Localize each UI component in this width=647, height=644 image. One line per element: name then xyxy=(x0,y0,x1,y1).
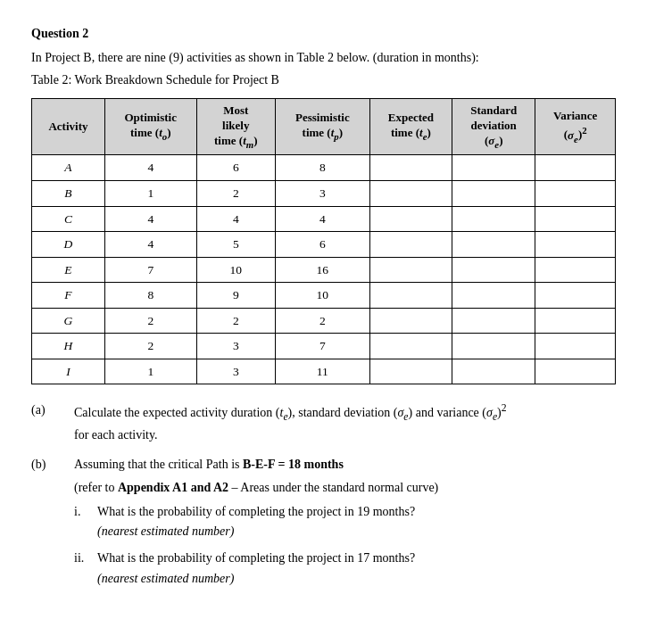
table-row: I1311 xyxy=(32,359,616,384)
qa-a-content: Calculate the expected activity duration… xyxy=(74,400,616,446)
cell-value: 4 xyxy=(104,206,196,232)
table-row: F8910 xyxy=(32,283,616,309)
cell-value xyxy=(369,180,452,206)
cell-activity: H xyxy=(32,334,105,359)
cell-value: 8 xyxy=(104,283,196,309)
cell-value: 1 xyxy=(104,180,196,206)
table-title: Table 2: Work Breakdown Schedule for Pro… xyxy=(31,70,616,89)
cell-value: 6 xyxy=(275,232,369,258)
cell-value: 3 xyxy=(275,180,369,206)
cell-value xyxy=(452,308,535,334)
cell-value xyxy=(452,206,535,232)
cell-value xyxy=(452,283,535,309)
table-row: D456 xyxy=(32,232,616,258)
qa-b-i-text: What is the probability of completing th… xyxy=(97,505,415,518)
cell-value xyxy=(535,283,616,309)
qa-b-ii-label: ii. xyxy=(74,549,90,589)
qa-b-appendix: (refer to Appendix A1 and A2 – Areas und… xyxy=(74,478,616,498)
header-activity: Activity xyxy=(32,99,105,155)
header-optimistic: Optimistictime (to) xyxy=(104,99,196,155)
qa-b-ii: ii. What is the probability of completin… xyxy=(74,549,616,589)
qa-a-label: (a) xyxy=(31,400,56,446)
cell-value xyxy=(369,206,452,232)
table-row: E71016 xyxy=(32,257,616,283)
qa-b-ii-text: What is the probability of completing th… xyxy=(97,551,415,565)
header-expected: Expectedtime (te) xyxy=(369,99,452,155)
cell-value: 10 xyxy=(275,283,369,309)
cell-value: 5 xyxy=(196,232,275,258)
cell-value: 9 xyxy=(196,283,275,309)
cell-activity: F xyxy=(32,283,105,309)
cell-activity: I xyxy=(32,359,105,384)
cell-value: 2 xyxy=(196,180,275,206)
table-row: G222 xyxy=(32,308,616,334)
qa-item-b: (b) Assuming that the critical Path is B… xyxy=(31,455,616,589)
cell-value xyxy=(535,334,616,359)
intro-text: In Project B, there are nine (9) activit… xyxy=(31,48,616,67)
cell-activity: G xyxy=(32,308,105,334)
cell-value: 4 xyxy=(275,206,369,232)
table-row: H237 xyxy=(32,334,616,359)
cell-value: 4 xyxy=(104,232,196,258)
cell-value: 2 xyxy=(104,334,196,359)
cell-value xyxy=(535,232,616,258)
cell-value xyxy=(535,180,616,206)
cell-value xyxy=(452,155,535,181)
cell-activity: A xyxy=(32,155,105,181)
cell-value: 8 xyxy=(275,155,369,181)
table-row: B123 xyxy=(32,180,616,206)
cell-value xyxy=(452,359,535,384)
cell-activity: D xyxy=(32,232,105,258)
cell-value: 7 xyxy=(104,257,196,283)
cell-value: 6 xyxy=(196,155,275,181)
cell-value xyxy=(452,257,535,283)
cell-value: 16 xyxy=(275,257,369,283)
cell-activity: B xyxy=(32,180,105,206)
cell-value xyxy=(369,359,452,384)
qa-b-i-note: (nearest estimated number) xyxy=(97,524,234,538)
cell-value xyxy=(535,257,616,283)
cell-value xyxy=(535,155,616,181)
activity-table: Activity Optimistictime (to) Mostlikelyt… xyxy=(31,98,616,384)
header-pessimistic: Pessimistictime (tp) xyxy=(275,99,369,155)
table-row: C444 xyxy=(32,206,616,232)
cell-activity: E xyxy=(32,257,105,283)
qa-b-i-label: i. xyxy=(74,502,90,542)
cell-activity: C xyxy=(32,206,105,232)
qa-b-ii-content: What is the probability of completing th… xyxy=(97,549,415,589)
cell-value: 7 xyxy=(275,334,369,359)
cell-value xyxy=(369,257,452,283)
qa-item-a: (a) Calculate the expected activity dura… xyxy=(31,400,616,446)
cell-value xyxy=(535,206,616,232)
cell-value xyxy=(452,232,535,258)
cell-value: 10 xyxy=(196,257,275,283)
cell-value xyxy=(535,308,616,334)
cell-value xyxy=(452,334,535,359)
cell-value xyxy=(369,232,452,258)
qa-b-label: (b) xyxy=(31,455,56,589)
cell-value: 2 xyxy=(104,308,196,334)
cell-value: 2 xyxy=(196,308,275,334)
cell-value xyxy=(369,334,452,359)
question-title: Question 2 xyxy=(31,27,616,41)
header-stddev: Standarddeviation(σe) xyxy=(452,99,535,155)
cell-value: 11 xyxy=(275,359,369,384)
cell-value: 3 xyxy=(196,359,275,384)
cell-value xyxy=(369,283,452,309)
table-row: A468 xyxy=(32,155,616,181)
header-variance: Variance(σe)2 xyxy=(535,99,616,155)
qa-b-i-content: What is the probability of completing th… xyxy=(97,502,415,542)
cell-value xyxy=(535,359,616,384)
cell-value: 4 xyxy=(104,155,196,181)
qa-b-i: i. What is the probability of completing… xyxy=(74,502,616,542)
cell-value: 2 xyxy=(275,308,369,334)
qa-b-intro: Assuming that the critical Path is B-E-F… xyxy=(74,455,616,475)
qa-b-content: Assuming that the critical Path is B-E-F… xyxy=(74,455,616,589)
cell-value xyxy=(369,308,452,334)
cell-value: 1 xyxy=(104,359,196,384)
cell-value xyxy=(369,155,452,181)
cell-value xyxy=(452,180,535,206)
qa-b-ii-note: (nearest estimated number) xyxy=(97,572,234,585)
header-likely: Mostlikelytime (tm) xyxy=(196,99,275,155)
cell-value: 4 xyxy=(196,206,275,232)
